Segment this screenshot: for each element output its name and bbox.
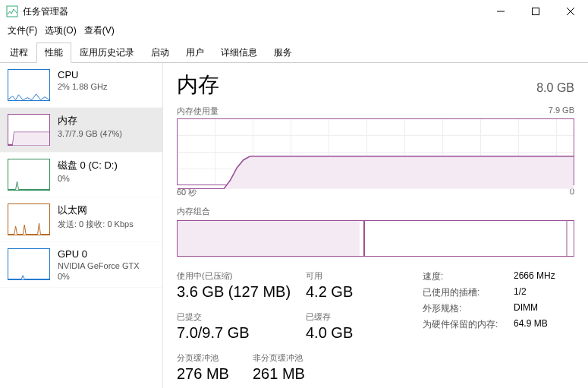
tabs: 进程 性能 应用历史记录 启动 用户 详细信息 服务 (0, 42, 588, 63)
composition-marker (363, 221, 365, 256)
stat-inuse-k: 使用中(已压缩) (177, 270, 306, 282)
gpu-thumb (8, 248, 50, 280)
meta-reserved-v: 64.9 MB (514, 318, 548, 331)
tab-apphistory[interactable]: 应用历史记录 (71, 43, 143, 63)
sidebar-item-memory[interactable]: 内存 3.7/7.9 GB (47%) (0, 108, 162, 153)
close-button[interactable] (553, 0, 588, 23)
usage-chart[interactable] (177, 118, 574, 185)
stat-commit-k: 已提交 (177, 311, 306, 323)
svg-marker-6 (178, 156, 574, 189)
sidebar-item-sub: 2% 1.88 GHz (58, 82, 107, 91)
stat-nonpaged-k: 非分页缓冲池 (253, 352, 344, 364)
sidebar-item-gpu[interactable]: GPU 0 NVIDIA GeForce GTX 0% (0, 242, 162, 288)
main-panel: 内存 8.0 GB 内存使用量 7.9 GB 60 秒 0 内存组合 使用中(已… (163, 63, 588, 388)
composition-end (566, 221, 568, 256)
memory-thumb (8, 114, 50, 146)
sidebar-item-sub: 发送: 0 接收: 0 Kbps (58, 219, 134, 230)
stat-paged-v: 276 MB (177, 365, 253, 383)
menu-file[interactable]: 文件(F) (8, 24, 37, 37)
disk-thumb (8, 159, 50, 191)
window-title: 任务管理器 (23, 5, 68, 18)
tab-details[interactable]: 详细信息 (212, 43, 266, 63)
app-icon (6, 5, 18, 17)
sidebar-item-label: 以太网 (58, 203, 134, 217)
stat-cache-v: 4.0 GB (306, 324, 389, 342)
stat-inuse-v: 3.6 GB (127 MB) (177, 283, 306, 301)
stat-commit-v: 7.0/9.7 GB (177, 324, 306, 342)
tab-services[interactable]: 服务 (266, 43, 300, 63)
sidebar-item-label: 内存 (58, 114, 122, 128)
usage-chart-max: 7.9 GB (549, 106, 574, 117)
usage-chart-title: 内存使用量 (177, 106, 219, 117)
svg-rect-2 (533, 8, 539, 15)
tab-users[interactable]: 用户 (178, 43, 212, 63)
cpu-thumb (8, 69, 50, 101)
sidebar-item-disk[interactable]: 磁盘 0 (C: D:) 0% (0, 153, 162, 197)
tab-processes[interactable]: 进程 (2, 43, 36, 63)
sidebar-item-label: CPU (58, 69, 107, 80)
composition-chart[interactable] (177, 220, 574, 257)
stat-cache-k: 已缓存 (306, 311, 389, 323)
sidebar-item-label: 磁盘 0 (C: D:) (58, 159, 118, 172)
stat-paged-k: 分页缓冲池 (177, 352, 253, 364)
stat-avail-k: 可用 (306, 270, 389, 282)
meta-speed-k: 速度: (423, 270, 514, 283)
tab-startup[interactable]: 启动 (143, 43, 178, 63)
meta-reserved-k: 为硬件保留的内存: (423, 318, 514, 331)
sidebar-item-cpu[interactable]: CPU 2% 1.88 GHz (0, 63, 162, 108)
meta-slots-v: 1/2 (514, 286, 527, 299)
capacity-label: 8.0 GB (536, 81, 574, 95)
sidebar-item-sub2: 0% (58, 272, 140, 281)
titlebar: 任务管理器 (0, 0, 588, 23)
sidebar-item-sub: NVIDIA GeForce GTX (58, 261, 140, 270)
meta-slots-k: 已使用的插槽: (423, 286, 514, 299)
minimize-button[interactable] (483, 0, 518, 23)
composition-title: 内存组合 (177, 206, 574, 217)
svg-marker-5 (8, 132, 49, 145)
menubar: 文件(F) 选项(O) 查看(V) (0, 23, 588, 42)
sidebar: CPU 2% 1.88 GHz 内存 3.7/7.9 GB (47%) 磁盘 0… (0, 63, 163, 388)
tab-performance[interactable]: 性能 (36, 43, 71, 63)
maximize-button[interactable] (518, 0, 553, 23)
ethernet-thumb (8, 203, 50, 235)
sidebar-item-sub: 0% (58, 174, 118, 183)
stat-avail-v: 4.2 GB (306, 283, 389, 301)
menu-view[interactable]: 查看(V) (84, 24, 115, 37)
meta-form-v: DIMM (514, 302, 538, 315)
sidebar-item-label: GPU 0 (58, 248, 140, 260)
sidebar-item-ethernet[interactable]: 以太网 发送: 0 接收: 0 Kbps (0, 197, 162, 242)
sidebar-item-sub: 3.7/7.9 GB (47%) (58, 129, 122, 138)
stat-nonpaged-v: 261 MB (253, 365, 344, 383)
meta-speed-v: 2666 MHz (514, 270, 555, 283)
meta-form-k: 外形规格: (423, 302, 514, 315)
menu-options[interactable]: 选项(O) (45, 24, 76, 37)
page-title: 内存 (177, 71, 219, 99)
composition-in-use (178, 221, 360, 256)
